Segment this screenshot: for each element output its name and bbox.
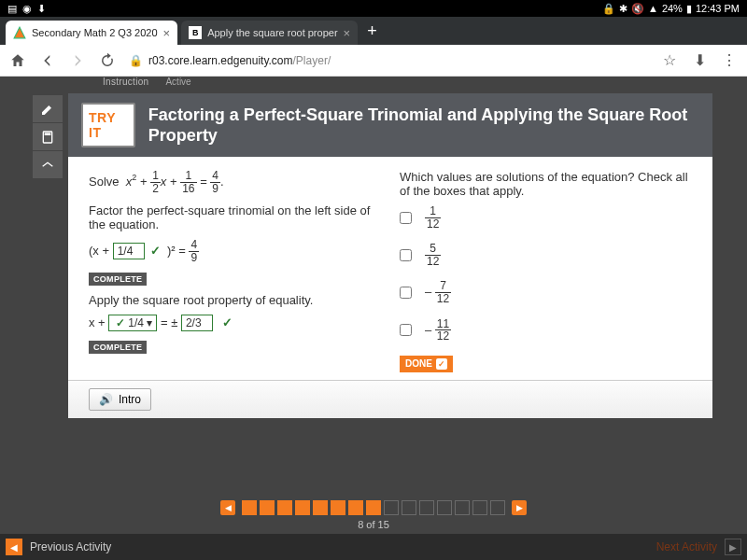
progress-indicator: ◀ ▶ 8 of 15 [0,500,747,530]
try-it-badge: TRY IT [81,103,135,147]
progress-prev[interactable]: ◀ [220,500,235,515]
checkbox[interactable] [400,287,412,299]
option-1[interactable]: 112 [400,205,692,230]
progress-step[interactable] [348,500,363,515]
browser-toolbar: 🔒 r03.core.learn.edgenuity.com/Player/ ☆… [0,45,747,77]
progress-step[interactable] [402,500,416,515]
check-icon: ✓ [116,316,125,329]
tab-title: Secondary Math 2 Q3 2020 [32,27,158,38]
progress-step[interactable] [260,500,275,515]
svg-marker-0 [14,27,25,38]
progress-step[interactable] [331,500,345,515]
next-activity-icon[interactable]: ▶ [725,539,741,555]
lesson-title: Factoring a Perfect-Square Trinomial and… [148,105,699,147]
reload-icon[interactable] [99,52,116,69]
option-2[interactable]: 512 [400,243,692,267]
step2-text: Apply the square root property of equali… [89,293,381,307]
progress-step[interactable] [366,500,381,515]
url-path: /Player/ [293,54,331,67]
android-status-bar: ▤ ◉ ⬇ 🔒 ✱ 🔇 ▲ 24% ▮ 12:43 PM [0,0,747,17]
progress-step[interactable] [242,500,257,515]
breadcrumb: Instruction Active [79,77,191,87]
complete-badge: COMPLETE [89,273,147,286]
step2-select[interactable]: ✓1/4 ▾ [108,315,157,331]
lock-icon: 🔒 [129,54,143,67]
tool-sidebar [33,95,63,179]
address-bar[interactable]: 🔒 r03.core.learn.edgenuity.com/Player/ [129,54,648,67]
tab-inactive[interactable]: B Apply the square root proper × [181,21,358,45]
svg-rect-3 [45,133,51,135]
close-icon[interactable]: × [163,26,171,40]
step1-text: Factor the perfect-square trinomial on t… [89,203,381,231]
progress-step[interactable] [419,500,434,515]
progress-step[interactable] [437,500,452,515]
complete-badge: COMPLETE [89,341,147,354]
question-text: Which values are solutions of the equati… [400,170,692,198]
check-icon: ✓ [222,315,233,329]
checkbox[interactable] [400,212,412,224]
download-icon[interactable]: ⬇ [691,52,708,69]
check-icon: ✓ [150,244,161,258]
checkbox[interactable] [400,249,412,261]
done-label: DONE [405,358,432,369]
step2-input[interactable]: 2/3 [181,315,213,331]
next-activity-label[interactable]: Next Activity [656,540,717,553]
collapse-tool[interactable] [33,151,63,179]
step1-input[interactable]: 1/4 [113,243,145,259]
vpn-icon: 🔒 [602,3,615,15]
site-icon [13,26,26,39]
wifi-icon: ▲ [648,3,658,14]
prev-activity-icon[interactable]: ◀ [6,539,22,555]
option-4[interactable]: – 1112 [400,318,692,343]
tab-active[interactable]: Secondary Math 2 Q3 2020 × [6,21,177,45]
done-button[interactable]: DONE ✓ [400,356,453,372]
solve-equation: Solve x2 + 12x + 116 = 49. [89,170,381,194]
left-column: Solve x2 + 12x + 116 = 49. Factor the pe… [89,170,381,372]
browser-tab-strip: Secondary Math 2 Q3 2020 × B Apply the s… [0,17,747,45]
back-icon[interactable] [39,52,56,69]
activity-footer: ◀ Previous Activity Next Activity ▶ [0,534,747,560]
battery-icon: ▮ [686,3,692,15]
right-column: Which values are solutions of the equati… [381,170,692,372]
calculator-tool[interactable] [33,123,63,151]
progress-step[interactable] [313,500,328,515]
progress-text: 8 of 15 [358,519,389,530]
progress-step[interactable] [277,500,292,515]
progress-next[interactable]: ▶ [512,500,527,515]
step2-expression: x + ✓1/4 ▾ = ± 2/3 ✓ [89,315,381,331]
lesson-header: TRY IT Factoring a Perfect-Square Trinom… [68,93,712,157]
done-check-icon: ✓ [436,358,447,370]
lesson-panel: TRY IT Factoring a Perfect-Square Trinom… [68,93,712,418]
download-status-icon: ⬇ [37,3,46,15]
solve-label: Solve [89,175,120,189]
mute-icon: 🔇 [631,3,644,15]
intro-bar: 🔊 Intro [68,380,712,418]
progress-step[interactable] [295,500,310,515]
tab-title: Apply the square root proper [207,27,337,38]
pencil-tool[interactable] [33,95,63,123]
progress-step[interactable] [455,500,470,515]
clock: 12:43 PM [696,3,740,14]
close-icon[interactable]: × [344,26,351,40]
option-3[interactable]: – 712 [400,280,692,304]
url-host: r03.core.learn.edgenuity.com [148,54,293,67]
prev-activity-label[interactable]: Previous Activity [30,540,111,553]
intro-label: Intro [119,393,141,406]
image-icon: ▤ [7,3,17,15]
battery-text: 24% [662,3,683,14]
new-tab-button[interactable]: + [367,21,377,41]
progress-step[interactable] [490,500,505,515]
star-icon[interactable]: ☆ [661,52,678,69]
nav-active[interactable]: Active [165,77,190,87]
menu-icon[interactable]: ⋮ [721,52,738,69]
page-content: Instruction Active TRY IT Factoring a Pe… [0,77,747,560]
progress-step[interactable] [472,500,487,515]
checkbox[interactable] [400,324,412,336]
forward-icon [69,52,86,69]
speaker-icon: 🔊 [99,393,113,406]
nav-instruction[interactable]: Instruction [103,77,148,87]
intro-button[interactable]: 🔊 Intro [89,388,151,411]
bluetooth-icon: ✱ [619,3,627,15]
progress-step[interactable] [384,500,399,515]
home-icon[interactable] [9,52,26,69]
